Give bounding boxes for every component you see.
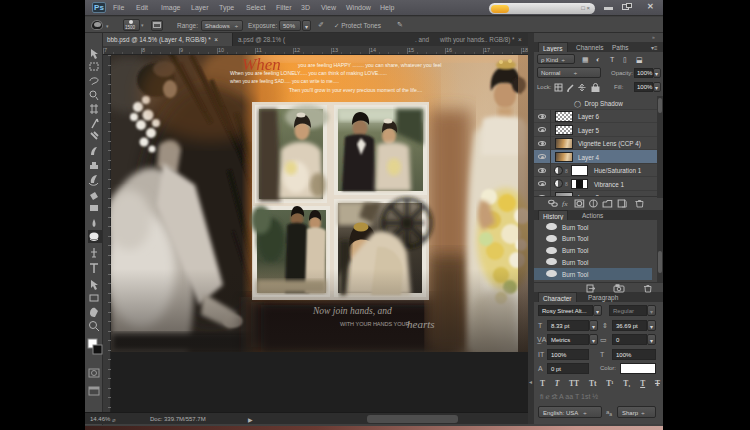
svg-text:fx: fx: [562, 201, 568, 208]
